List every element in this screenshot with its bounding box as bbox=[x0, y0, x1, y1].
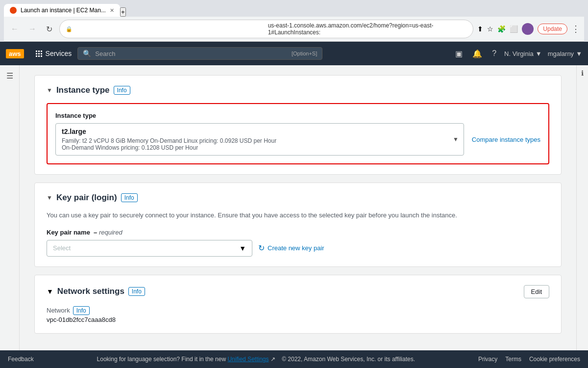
hamburger-icon[interactable]: ☰ bbox=[6, 71, 13, 80]
network-chevron-icon: ▼ bbox=[47, 288, 53, 295]
username-text: mgalarny bbox=[548, 50, 574, 57]
privacy-link[interactable]: Privacy bbox=[478, 356, 497, 363]
instance-type-title: Instance type bbox=[56, 85, 110, 95]
network-edit-button[interactable]: Edit bbox=[524, 285, 549, 298]
search-shortcut: [Option+S] bbox=[292, 51, 317, 56]
bell-icon[interactable]: 🔔 bbox=[470, 47, 484, 60]
aws-nav: aws Services 🔍 [Option+S] ▣ 🔔 ? N. Virgi… bbox=[0, 42, 588, 65]
key-pair-dropdown[interactable]: Select ▼ bbox=[47, 240, 252, 257]
footer-right: Privacy Terms Cookie preferences bbox=[478, 356, 580, 363]
aws-logo: aws bbox=[6, 49, 24, 58]
services-button[interactable]: Services bbox=[30, 42, 78, 65]
grid-icon bbox=[36, 51, 43, 57]
feedback-button[interactable]: Feedback bbox=[8, 356, 34, 363]
key-pair-field-row: Key pair name – required bbox=[47, 228, 549, 236]
right-sidebar: ℹ bbox=[576, 65, 588, 368]
copyright-text: © 2022, Amazon Web Services, Inc. or its… bbox=[282, 356, 415, 363]
sidebar: ☰ bbox=[0, 65, 20, 368]
region-chevron-icon: ▼ bbox=[536, 50, 542, 57]
unified-settings-link[interactable]: Unified Settings bbox=[227, 356, 269, 363]
key-pair-title: Key pair (login) bbox=[56, 193, 117, 203]
key-pair-field-label: Key pair name – required bbox=[47, 229, 122, 236]
instance-details-line2-text: On-Demand Windows pricing: 0.1208 USD pe… bbox=[62, 144, 458, 151]
instance-type-dropdown[interactable]: t2.large Family: t2 2 vCPU 8 GiB Memory … bbox=[55, 123, 464, 156]
network-value-text: vpc-01db2fcc7caaa8cd8 bbox=[47, 316, 549, 323]
user-chevron-icon: ▼ bbox=[576, 50, 582, 57]
key-pair-info-badge[interactable]: Info bbox=[121, 193, 138, 202]
network-sub-info-badge[interactable]: Info bbox=[73, 306, 90, 315]
section-chevron-icon: ▼ bbox=[47, 87, 52, 94]
bookmark-icon[interactable]: ☆ bbox=[487, 25, 493, 33]
instance-type-section: ▼ Instance type Info Instance type t2.la… bbox=[34, 75, 562, 175]
network-label-row: Network Info bbox=[47, 306, 549, 315]
key-pair-chevron-icon: ▼ bbox=[47, 194, 52, 201]
footer-center-text: Looking for language selection? Find it … bbox=[97, 356, 226, 363]
instance-details-text: Family: t2 2 vCPU 8 GiB Memory On-Demand… bbox=[62, 137, 458, 144]
split-view-icon[interactable]: ⬜ bbox=[510, 25, 518, 33]
address-bar[interactable]: 🔒 us-east-1.console.aws.amazon.com/ec2/h… bbox=[59, 20, 473, 38]
reload-button[interactable]: ↻ bbox=[43, 24, 55, 35]
terms-link[interactable]: Terms bbox=[505, 356, 521, 363]
favicon-icon bbox=[10, 7, 17, 14]
browser-actions: ⬆ ☆ 🧩 ⬜ Update ⋮ bbox=[477, 23, 580, 35]
dropdown-arrow-icon: ▼ bbox=[453, 136, 459, 143]
instance-type-header: ▼ Instance type Info bbox=[47, 85, 549, 95]
network-header-left: ▼ Network settings Info bbox=[47, 287, 145, 296]
footer-left: Feedback bbox=[8, 356, 34, 363]
browser-bar: ← → ↻ 🔒 us-east-1.console.aws.amazon.com… bbox=[4, 17, 584, 42]
key-pair-select-row: Select ▼ ↻ Create new key pair bbox=[47, 240, 549, 257]
nav-right: ▣ 🔔 ? N. Virginia ▼ mgalarny ▼ bbox=[453, 47, 582, 60]
key-pair-section: ▼ Key pair (login) Info You can use a ke… bbox=[34, 183, 562, 267]
key-pair-placeholder: Select bbox=[53, 244, 71, 252]
profile-avatar[interactable] bbox=[522, 23, 534, 35]
network-settings-header: ▼ Network settings Info Edit bbox=[47, 285, 549, 298]
user-menu[interactable]: mgalarny ▼ bbox=[548, 50, 582, 57]
extensions-icon[interactable]: 🧩 bbox=[497, 25, 506, 33]
network-info-badge[interactable]: Info bbox=[128, 287, 145, 296]
content-area: ▼ Instance type Info Instance type t2.la… bbox=[20, 65, 576, 368]
instance-type-field-label: Instance type bbox=[55, 112, 540, 119]
key-pair-description: You can use a key pair to securely conne… bbox=[47, 210, 549, 220]
update-button[interactable]: Update bbox=[538, 24, 567, 34]
footer-center: Looking for language selection? Find it … bbox=[34, 356, 478, 363]
new-tab-button[interactable]: + bbox=[120, 7, 126, 17]
share-icon[interactable]: ⬆ bbox=[477, 25, 483, 33]
address-text: us-east-1.console.aws.amazon.com/ec2/hom… bbox=[268, 22, 467, 36]
forward-button[interactable]: → bbox=[25, 24, 39, 34]
tab-title: Launch an instance | EC2 Man... bbox=[21, 7, 106, 14]
instance-name-text: t2.large bbox=[62, 128, 458, 135]
lock-icon: 🔒 bbox=[66, 26, 265, 32]
instance-type-box: Instance type t2.large Family: t2 2 vCPU… bbox=[47, 103, 549, 164]
network-settings-section: ▼ Network settings Info Edit Network Inf… bbox=[34, 275, 562, 334]
services-label: Services bbox=[46, 50, 72, 57]
footer: Feedback Looking for language selection?… bbox=[0, 350, 588, 368]
region-selector[interactable]: N. Virginia ▼ bbox=[504, 50, 542, 57]
region-text: N. Virginia bbox=[504, 50, 534, 57]
browser-tab[interactable]: Launch an instance | EC2 Man... ✕ bbox=[4, 4, 120, 17]
more-options-icon[interactable]: ⋮ bbox=[571, 24, 580, 34]
cookie-preferences-link[interactable]: Cookie preferences bbox=[529, 356, 580, 363]
close-tab-icon[interactable]: ✕ bbox=[110, 7, 114, 14]
search-bar[interactable]: 🔍 [Option+S] bbox=[77, 47, 322, 60]
instance-type-info-badge[interactable]: Info bbox=[114, 86, 130, 95]
compare-instance-types-link[interactable]: Compare instance types bbox=[472, 136, 540, 143]
main-layout: ☰ ▼ Instance type Info Instance type t2.… bbox=[0, 65, 588, 368]
info-circle-icon[interactable]: ℹ bbox=[581, 69, 584, 77]
help-icon[interactable]: ? bbox=[490, 47, 498, 60]
instance-select-row: t2.large Family: t2 2 vCPU 8 GiB Memory … bbox=[55, 123, 540, 156]
back-button[interactable]: ← bbox=[8, 24, 22, 34]
search-input[interactable] bbox=[95, 50, 288, 57]
network-settings-title: Network settings bbox=[57, 287, 124, 296]
search-icon: 🔍 bbox=[83, 50, 91, 57]
terminal-icon[interactable]: ▣ bbox=[453, 47, 465, 60]
key-pair-dropdown-arrow-icon: ▼ bbox=[239, 244, 246, 252]
create-key-pair-button[interactable]: ↻ Create new key pair bbox=[258, 243, 324, 253]
create-key-pair-label: Create new key pair bbox=[268, 244, 324, 252]
aws-logo-text: aws bbox=[6, 49, 24, 58]
external-link-icon: ↗ bbox=[270, 356, 275, 363]
refresh-icon: ↻ bbox=[258, 243, 265, 253]
key-pair-header: ▼ Key pair (login) Info bbox=[47, 193, 549, 203]
network-field-label: Network bbox=[47, 307, 70, 314]
